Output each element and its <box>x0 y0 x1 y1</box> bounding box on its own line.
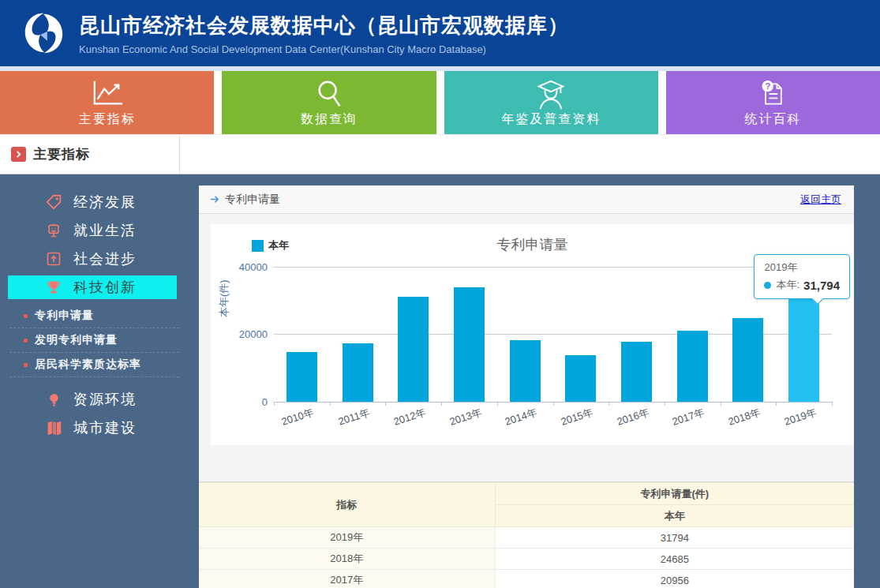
sidebar-subitem-1[interactable]: 专利申请量 <box>9 304 179 328</box>
bar-2013年[interactable] <box>454 287 485 402</box>
bar-slot <box>497 267 553 402</box>
bar-2016年[interactable] <box>621 342 652 402</box>
line-chart-icon <box>89 78 125 110</box>
chart-title: 专利申请量 <box>211 235 854 254</box>
nav-tab-label: 主要指标 <box>79 111 136 128</box>
tooltip-value: 31,794 <box>803 279 840 292</box>
sidebar-item-label: 经济发展 <box>73 193 137 212</box>
table-cell-value: 31794 <box>495 527 854 549</box>
site-title: 昆山市经济社会发展数据中心（昆山市宏观数据库） <box>79 12 569 39</box>
sidebar-item-4[interactable]: 科技创新 <box>8 275 177 299</box>
table-cell-value: 24685 <box>495 549 854 570</box>
table-row: 2019年31794 <box>199 527 854 549</box>
x-label-slot: 2014年 <box>497 406 553 421</box>
svg-text:?: ? <box>766 81 771 91</box>
tooltip-series-dot-icon <box>764 282 771 289</box>
nav-tab-label: 统计百科 <box>744 111 801 128</box>
bar-2012年[interactable] <box>398 297 429 402</box>
bar-2015年[interactable] <box>565 355 596 402</box>
breadcrumb-row: 主要指标 <box>0 134 880 174</box>
table-row: 2018年24685 <box>199 549 854 570</box>
x-tick-mark <box>665 402 665 406</box>
x-label-slot: 2017年 <box>665 406 721 421</box>
bar-slot <box>553 267 609 402</box>
patent-chart: 专利申请量 本年 本年(件) 40000 20000 0 <box>211 224 854 445</box>
trophy-icon <box>44 279 63 296</box>
table-subheader-current-year: 本年 <box>495 505 854 527</box>
x-tick-label: 2016年 <box>615 406 650 429</box>
sidebar-item-label: 资源环境 <box>73 390 137 409</box>
question-doc-icon: ? <box>758 78 787 110</box>
progress-icon <box>44 250 63 268</box>
panel-header: 专利申请量 返回主页 <box>199 185 854 214</box>
x-tick-label: 2013年 <box>447 406 483 429</box>
employment-icon <box>44 222 63 239</box>
map-icon <box>44 419 63 436</box>
x-tick-label: 2014年 <box>504 406 539 429</box>
bar-2017年[interactable] <box>677 331 708 402</box>
x-tick-mark <box>609 402 609 406</box>
sidebar-item-label: 城市建设 <box>73 418 137 437</box>
nav-tab-1[interactable]: 主要指标 <box>0 71 214 134</box>
y-tick-40000: 40000 <box>220 261 268 273</box>
page: 昆山市经济社会发展数据中心（昆山市宏观数据库） Kunshan Economic… <box>0 0 880 588</box>
patent-table-wrap: 指标 专利申请量(件) 本年 2019年317942018年246852017年… <box>199 481 854 588</box>
bar-2011年[interactable] <box>343 343 373 402</box>
chart-tooltip: 2019年 本年: 31,794 <box>754 254 850 299</box>
bullet-icon <box>24 363 28 367</box>
legend-label: 本年 <box>268 238 289 253</box>
sidebar-subitem-3[interactable]: 居民科学素质达标率 <box>9 353 179 377</box>
tag-icon <box>44 193 63 211</box>
y-axis-title: 本年(件) <box>217 279 231 317</box>
x-label-slot: 2013年 <box>441 406 497 421</box>
sidebar-item-3[interactable]: 社会进步 <box>0 245 199 273</box>
x-axis-labels: 2010年2011年2012年2013年2014年2015年2016年2017年… <box>274 406 832 421</box>
sidebar-item-2[interactable]: 就业生活 <box>0 216 199 245</box>
bars-container <box>274 267 832 402</box>
breadcrumb-label: 主要指标 <box>33 145 90 163</box>
sidebar-item-5[interactable]: 资源环境 <box>0 385 199 414</box>
y-tick-20000: 20000 <box>220 328 268 340</box>
nav-tab-4[interactable]: ?统计百科 <box>666 71 880 134</box>
bar-2019年[interactable] <box>788 294 819 402</box>
sidebar-item-1[interactable]: 经济发展 <box>0 188 199 216</box>
x-tick-mark <box>274 402 275 406</box>
x-label-slot: 2010年 <box>274 406 330 421</box>
breadcrumb[interactable]: 主要指标 <box>0 135 180 174</box>
x-tick-mark <box>441 402 442 406</box>
x-tick-label: 2011年 <box>336 406 372 429</box>
bar-2014年[interactable] <box>510 340 541 402</box>
nav-tab-label: 年鉴及普查资料 <box>501 111 601 128</box>
sidebar-subitem-label: 专利申请量 <box>35 309 94 323</box>
x-label-slot: 2016年 <box>609 406 665 421</box>
x-tick-label: 2010年 <box>280 406 316 429</box>
x-tick-label: 2019年 <box>782 406 818 429</box>
back-home-link[interactable]: 返回主页 <box>800 193 841 207</box>
plot-area: 40000 20000 0 <box>274 267 832 402</box>
chart-legend[interactable]: 本年 <box>252 238 289 253</box>
table-cell-value: 20956 <box>495 570 854 588</box>
x-label-slot: 2011年 <box>330 406 386 421</box>
bar-2010年[interactable] <box>286 352 317 402</box>
site-logo-icon <box>21 10 66 56</box>
tooltip-title: 2019年 <box>764 260 840 275</box>
graduation-cap-icon <box>533 78 569 110</box>
nav-tab-2[interactable]: 数据查询 <box>222 71 436 134</box>
nav-tabs: 主要指标数据查询年鉴及普查资料?统计百科 <box>0 71 880 134</box>
x-tick-mark <box>721 402 721 406</box>
sidebar: 经济发展就业生活社会进步科技创新专利申请量发明专利申请量居民科学素质达标率资源环… <box>0 174 199 588</box>
table-row: 2017年20956 <box>199 570 854 588</box>
y-tick-0: 0 <box>220 396 268 408</box>
sidebar-item-6[interactable]: 城市建设 <box>0 414 199 442</box>
sidebar-gap <box>0 377 199 385</box>
nav-tab-3[interactable]: 年鉴及普查资料 <box>444 71 658 134</box>
bar-slot <box>441 267 497 402</box>
bar-2018年[interactable] <box>732 318 763 402</box>
main-area: 经济发展就业生活社会进步科技创新专利申请量发明专利申请量居民科学素质达标率资源环… <box>0 174 880 588</box>
x-tick-mark <box>385 402 386 406</box>
x-tick-mark <box>776 402 777 406</box>
tooltip-series-label: 本年: <box>776 278 799 292</box>
table-cell-year: 2019年 <box>199 527 495 549</box>
x-label-slot: 2012年 <box>385 406 441 421</box>
sidebar-subitem-2[interactable]: 发明专利申请量 <box>9 328 179 353</box>
